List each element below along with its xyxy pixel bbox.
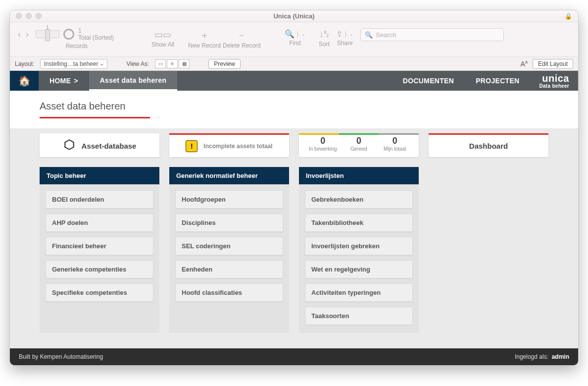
column-header: Invoerlijsten [299,167,419,184]
view-list-icon[interactable]: ≡ [167,59,178,68]
record-slider[interactable]: 1 [36,30,59,38]
nav-active-label: Asset data beheren [100,76,167,84]
records-label: Records [66,43,88,52]
stat-0: 0In bewerking [305,136,341,152]
menu-item[interactable]: Generieke competenties [46,260,153,278]
incomplete-label: Incomplete assets totaal [203,143,272,150]
nav-home[interactable]: HOME > [39,71,89,91]
card-incomplete-assets[interactable]: ! Incomplete assets totaal [169,133,289,157]
home-icon[interactable]: 🏠 [10,71,39,91]
card-stats[interactable]: 0In bewerking0Gereed0Mijn totaal [299,133,419,157]
card-dashboard[interactable]: Dashboard [429,133,548,157]
close-dot[interactable] [16,13,22,19]
footer-left: Built by Kempen Automatisering [19,353,103,360]
column-header: Topic beheer [40,167,159,184]
menu-item[interactable]: Taaksoorten [305,307,413,325]
menu-item[interactable]: Wet en regelgeving [305,260,413,278]
newrec-label: New Record [188,42,221,51]
sort-label: Sort [319,41,330,50]
menu-item[interactable]: Disciplines [175,214,283,232]
prev-record-icon[interactable]: ‹ [18,29,21,40]
menu-item[interactable]: Hoofd classificaties [175,283,283,302]
window-titlebar: Unica (Unica) 🔒 [10,10,578,22]
menu-item[interactable]: Takenbibliotheek [305,214,413,232]
brand-tagline: Data beheer [539,83,569,89]
search-input[interactable]: 🔍 Search [360,28,504,41]
column-body: BOEI onderdelenAHP doelenFinancieel behe… [40,184,159,333]
asset-db-label: Asset-database [82,142,137,150]
brand-logo: unica Data beheer [530,73,578,89]
menu-item[interactable]: BOEI onderdelen [46,190,153,209]
showall-icon[interactable]: ▭▭ [153,26,173,40]
column-header: Generiek normatief beheer [169,167,289,184]
stat-value: 0 [307,136,339,146]
status-footer: Built by Kempen Automatisering Ingelogd … [10,348,578,365]
preview-button[interactable]: Preview [208,59,241,69]
record-count-label: Total (Sorted) [78,34,114,41]
chevron-right-icon: > [74,77,78,85]
cube-icon [63,138,76,154]
record-count: 1 [78,27,114,34]
record-nav: ‹ › [15,26,32,40]
nav-asset-data[interactable]: Asset data beheren [89,71,178,91]
next-record-icon[interactable]: › [26,29,29,40]
stat-value: 0 [379,136,411,146]
menu-item[interactable]: Financieel beheer [46,237,153,255]
nav-projecten[interactable]: PROJECTEN [465,77,530,85]
menu-item[interactable]: Eenheden [175,260,283,278]
view-form-icon[interactable]: ▭ [155,59,166,68]
new-record-icon[interactable]: ＋ [195,26,214,41]
menu-item[interactable]: AHP doelen [46,214,153,232]
window-title: Unica (Unica) [273,12,314,20]
minimize-dot[interactable] [26,13,32,19]
footer-login-label: Ingelogd als: [515,353,548,360]
edit-layout-button[interactable]: Edit Layout [533,59,573,69]
menu-item[interactable]: Activiteiten typeringen [305,283,413,302]
nav-documenten-label: DOCUMENTEN [403,77,454,85]
sort-icon[interactable]: ↓az [314,26,334,40]
layout-select[interactable]: Instelling…ta beheer [40,59,107,69]
main-toolbar: ‹ › 1 1 Total (Sorted) Records ▭▭Show Al… [10,22,578,57]
app-window: Unica (Unica) 🔒 ‹ › 1 1 Total (Sorted) R… [9,10,579,366]
lock-icon: 🔒 [565,13,572,20]
showall-label: Show All [151,41,174,50]
search-placeholder: Search [376,31,396,39]
card-asset-database[interactable]: Asset-database [40,133,159,157]
pie-icon[interactable] [63,29,74,40]
menu-item[interactable]: Hoofdgroepen [175,190,283,209]
dashboard-label: Dashboard [469,142,508,150]
find-icon[interactable]: 🔍 [285,29,294,39]
stat-1: 0Gereed [341,136,377,152]
share-icon[interactable]: ⇪ [336,29,343,39]
brand-name: unica [539,73,569,83]
menu-item[interactable]: Invoerlijsten gebreken [305,237,413,255]
layout-label: Layout: [15,60,34,67]
zoom-dot[interactable] [36,13,42,19]
menu-item[interactable]: SEL coderingen [175,237,283,255]
blank-column [429,167,548,333]
traffic-lights [16,13,42,19]
view-table-icon[interactable]: ▦ [179,59,190,68]
menu-item[interactable]: Specifieke competenties [46,283,153,302]
share-chevron-icon[interactable]: ⌄ [349,31,353,37]
column-body: HoofdgroepenDisciplinesSEL coderingenEen… [169,184,289,333]
find-label: Find [289,40,300,49]
nav-projecten-label: PROJECTEN [476,77,519,85]
footer-user: admin [552,353,569,360]
column-body: GebrekenboekenTakenbibliotheekInvoerlijs… [299,184,419,333]
text-format-icon[interactable]: Aa [521,59,528,68]
stat-label: In bewerking [307,146,339,152]
warning-icon: ! [186,140,197,152]
delete-record-icon[interactable]: － [232,26,251,41]
content-area: Asset data beheren Asset-database ! Inco… [10,91,578,348]
page-title: Asset data beheren [40,101,150,118]
menu-item[interactable]: Gebrekenboeken [305,190,413,209]
stat-2: 0Mijn totaal [377,136,413,152]
delrec-label: Delete Record [223,42,261,51]
column-0: Topic beheerBOEI onderdelenAHP doelenFin… [40,167,159,333]
find-chevron-icon[interactable]: ⌄ [301,31,305,37]
stat-label: Gereed [343,146,375,152]
column-1: Generiek normatief beheerHoofdgroepenDis… [169,167,289,333]
app-nav: 🏠 HOME > Asset data beheren DOCUMENTEN P… [10,71,578,91]
nav-documenten[interactable]: DOCUMENTEN [392,77,465,85]
